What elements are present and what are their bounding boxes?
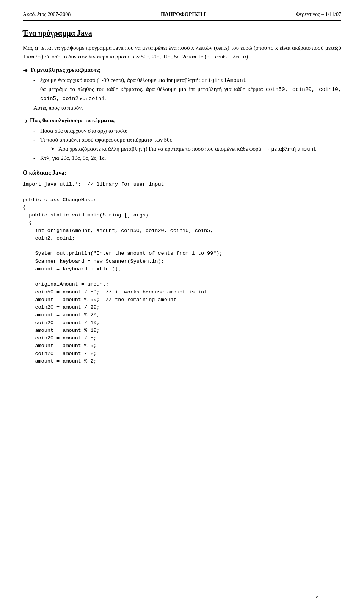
section-variables: ➜ Τι μεταβλητές χρειαζόμαστε; έχουμε ένα… [23, 67, 341, 111]
section1-title: Τι μεταβλητές χρειαζόμαστε; [30, 67, 100, 73]
arrow-icon-1: ➜ [23, 67, 28, 74]
bullet1-text: έχουμε ένα αρχικό ποσό (1-99 cents), άρα… [40, 77, 246, 83]
sub-bullet-text: Άρα χρειαζόμαστε κι άλλη μεταβλητή! Για … [58, 146, 316, 152]
code-coins: coin50, coin20, coin10, coin5, coin2 [40, 87, 341, 102]
code-coin1: coin1 [89, 96, 105, 102]
section1-list: έχουμε ένα αρχικό ποσό (1-99 cents), άρα… [33, 76, 341, 103]
code-block: import java.util.*; // library for user … [23, 181, 341, 365]
header-left: Ακαδ. έτος 2007-2008 [23, 11, 71, 17]
page-title: Ένα πρόγραμμα Java [23, 29, 341, 38]
section-calculation: ➜ Πως θα υπολογίσουμε τα κέρματα; Πόσα 5… [23, 117, 341, 163]
arrow-icon-3: → [264, 146, 270, 152]
list-item: Κτλ, για 20c, 10c, 5c, 2c, 1c. [33, 153, 341, 163]
header-center: ΠΛΗΡΟΦΟΡΙΚΗ Ι [161, 11, 206, 17]
sub-bullet-list: Άρα χρειαζόμαστε κι άλλη μεταβλητή! Για … [51, 144, 341, 153]
code-amount-inline: amount [297, 146, 316, 152]
list-item: Πόσα 50c υπάρχουν στο αρχικό ποσό; [33, 126, 341, 135]
bullet-rest: Κτλ, για 20c, 10c, 5c, 2c, 1c. [40, 155, 106, 161]
section1-header: ➜ Τι μεταβλητές χρειαζόμαστε; [23, 67, 341, 74]
section2-title: Πως θα υπολογίσουμε τα κέρματα; [30, 117, 115, 124]
list-item: Τι ποσό απομένει αφού αφαιρέσουμε τα κέρ… [33, 135, 341, 153]
section2-header: ➜ Πως θα υπολογίσουμε τα κέρματα; [23, 117, 341, 125]
page-number: 6 [316, 595, 319, 598]
bullet-remainder: Τι ποσό απομένει αφού αφαιρέσουμε τα κέρ… [40, 137, 174, 143]
list-item: έχουμε ένα αρχικό ποσό (1-99 cents), άρα… [33, 76, 341, 85]
code-section: Ο κώδικας Java: import java.util.*; // l… [23, 169, 341, 365]
header-right: Φερεντίνος – 1/11/07 [296, 11, 341, 17]
section2-list: Πόσα 50c υπάρχουν στο αρχικό ποσό; Τι πο… [33, 126, 341, 163]
bullet2-text: θα μετράμε το πλήθος του κάθε κέρματος, … [40, 86, 341, 101]
list-item: θα μετράμε το πλήθος του κάθε κέρματος, … [33, 85, 341, 103]
page-header: Ακαδ. έτος 2007-2008 ΠΛΗΡΟΦΟΡΙΚΗ Ι Φερεν… [23, 11, 341, 21]
section1-footer: Αυτές προς το παρόν. [33, 105, 341, 111]
arrow-icon-2: ➜ [23, 117, 28, 125]
code-originalAmount: originalAmount [201, 77, 246, 84]
bullet-50c: Πόσα 50c υπάρχουν στο αρχικό ποσό; [40, 128, 127, 134]
sub-list-item: Άρα χρειαζόμαστε κι άλλη μεταβλητή! Για … [51, 144, 341, 153]
intro-paragraph: Μας ζητείται να γράψουμε πρόγραμμα Java … [23, 44, 341, 62]
code-section-title: Ο κώδικας Java: [23, 169, 341, 176]
